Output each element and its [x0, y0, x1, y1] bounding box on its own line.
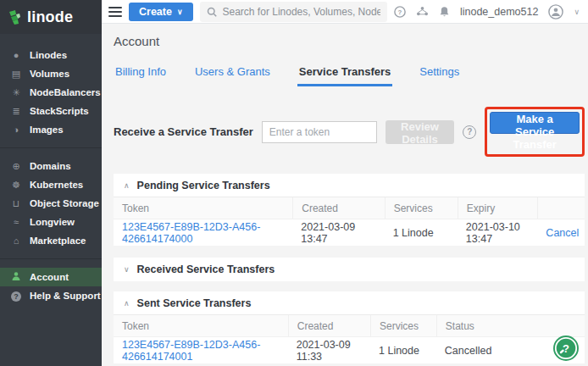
- sent-transfers-header[interactable]: ∧ Sent Service Transfers: [114, 291, 585, 315]
- sidebar-item-longview[interactable]: ≈ Longview: [0, 213, 102, 231]
- sidebar-item-label: Help & Support: [30, 291, 101, 301]
- sidebar-item-label: Volumes: [30, 69, 69, 79]
- sidebar-item-images[interactable]: ◑ Images: [0, 120, 102, 139]
- tab-settings[interactable]: Settings: [418, 62, 461, 86]
- sidebar-item-account[interactable]: Account: [0, 268, 102, 286]
- created-cell: 2021-03-09 13:47: [292, 221, 384, 245]
- nodebalancers-icon: ✳: [10, 87, 22, 98]
- main-content: Account Billing Info Users & Grants Serv…: [102, 24, 588, 366]
- sidebar-item-domains[interactable]: ⊕ Domains: [0, 157, 102, 175]
- community-icon[interactable]: [416, 6, 429, 17]
- received-transfers-card: ∨ Received Service Transfers: [114, 258, 585, 281]
- chevron-up-icon: ∧: [124, 299, 130, 308]
- linode-logo-icon: [8, 10, 22, 25]
- sidebar-item-nodebalancers[interactable]: ✳ NodeBalancers: [0, 83, 102, 102]
- question-circle-icon[interactable]: ?: [463, 125, 476, 139]
- sidebar-item-linodes[interactable]: ● Linodes: [0, 46, 102, 64]
- username-label[interactable]: linode_demo512: [460, 6, 538, 18]
- bell-icon[interactable]: [439, 6, 450, 18]
- create-button-label: Create: [139, 6, 172, 18]
- help-circle-icon[interactable]: ?: [394, 6, 406, 18]
- token-link[interactable]: 123E4567-E89B-12D3-A456-426614174001: [122, 339, 260, 363]
- tab-billing-info[interactable]: Billing Info: [114, 62, 168, 86]
- sidebar-item-help-support[interactable]: ? Help & Support: [0, 286, 102, 305]
- column-header-token: Token: [114, 315, 288, 336]
- sidebar-item-marketplace[interactable]: ⌂ Marketplace: [0, 231, 102, 250]
- receive-transfer-label: Receive a Service Transfer: [114, 125, 253, 138]
- search-bar[interactable]: [200, 2, 387, 22]
- table-row: 123E4567-E89B-12D3-A456-426614174000 202…: [114, 219, 585, 246]
- domains-icon: ⊕: [10, 161, 22, 172]
- sidebar-item-label: Marketplace: [30, 236, 86, 246]
- column-header-token: Token: [114, 197, 292, 219]
- created-cell: 2021-03-09 11:33: [288, 339, 370, 363]
- sent-transfers-card: ∧ Sent Service Transfers Token Created S…: [114, 291, 585, 363]
- pending-transfers-header[interactable]: ∧ Pending Service Transfers: [114, 174, 585, 197]
- column-header-actions: [537, 197, 585, 219]
- column-header-services: Services: [385, 197, 458, 219]
- search-input[interactable]: [223, 6, 380, 18]
- sidebar-item-object-storage[interactable]: ⊔ Object Storage: [0, 194, 102, 213]
- linode-logo[interactable]: linode: [0, 0, 102, 34]
- sidebar-item-label: StackScripts: [30, 106, 89, 116]
- avatar-icon[interactable]: [548, 4, 563, 19]
- object-storage-icon: ⊔: [10, 198, 22, 209]
- chevron-down-icon: ∨: [124, 265, 130, 274]
- tab-bar: Billing Info Users & Grants Service Tran…: [114, 62, 585, 86]
- make-service-transfer-button[interactable]: Make a Service Transfer: [490, 112, 580, 134]
- sidebar: linode ● Linodes ▤ Volumes ✳ NodeBalance…: [0, 0, 102, 366]
- token-input[interactable]: [262, 121, 377, 143]
- column-header-status: Status: [436, 315, 585, 336]
- tab-service-transfers[interactable]: Service Transfers: [297, 62, 392, 86]
- chat-help-icon[interactable]: ?: [552, 335, 580, 362]
- topbar: Create ∨ ? linode_demo512: [102, 0, 588, 24]
- column-header-created: Created: [288, 315, 370, 336]
- table-header: Token Created Services Expiry: [114, 197, 585, 219]
- section-title: Received Service Transfers: [137, 263, 275, 275]
- column-header-created: Created: [292, 197, 384, 219]
- table-header: Token Created Services Status: [114, 315, 585, 337]
- page-title: Account: [114, 34, 585, 48]
- column-header-services: Services: [370, 315, 436, 336]
- receive-transfer-row: Receive a Service Transfer Review Detail…: [114, 107, 585, 157]
- sidebar-item-label: Object Storage: [30, 198, 99, 208]
- column-header-expiry: Expiry: [458, 197, 538, 219]
- longview-icon: ≈: [10, 217, 22, 227]
- app-window: linode ● Linodes ▤ Volumes ✳ NodeBalance…: [0, 0, 588, 366]
- annotation-highlight-box: Make a Service Transfer: [485, 107, 585, 157]
- chevron-up-icon: ∧: [124, 181, 130, 190]
- expiry-cell: 2021-03-10 13:47: [458, 221, 538, 245]
- table-row: 123E4567-E89B-12D3-A456-426614174001 202…: [114, 337, 585, 363]
- sidebar-item-stackscripts[interactable]: ≣ StackScripts: [0, 102, 102, 120]
- pending-transfers-card: ∧ Pending Service Transfers Token Create…: [114, 174, 585, 246]
- account-person-icon: [10, 271, 22, 283]
- tab-users-grants[interactable]: Users & Grants: [193, 62, 272, 86]
- create-button[interactable]: Create ∨: [129, 3, 193, 21]
- sidebar-item-kubernetes[interactable]: ☸ Kubernetes: [0, 175, 102, 194]
- svg-text:?: ?: [398, 8, 402, 15]
- token-link[interactable]: 123E4567-E89B-12D3-A456-426614174000: [122, 221, 260, 245]
- sidebar-item-label: Longview: [30, 217, 75, 227]
- hamburger-icon[interactable]: [108, 7, 122, 17]
- search-icon: [207, 7, 217, 17]
- cancel-link[interactable]: Cancel: [546, 227, 579, 239]
- sidebar-divider: [0, 147, 102, 148]
- section-title: Pending Service Transfers: [137, 180, 270, 191]
- linode-cube-icon: ●: [10, 50, 22, 60]
- section-title: Sent Service Transfers: [137, 297, 252, 309]
- services-cell: 1 Linode: [385, 227, 458, 239]
- chevron-down-icon[interactable]: ∨: [574, 8, 580, 16]
- logo-text: linode: [27, 8, 73, 26]
- sidebar-item-label: NodeBalancers: [30, 87, 101, 97]
- sidebar-item-label: Images: [30, 125, 64, 135]
- sidebar-item-volumes[interactable]: ▤ Volumes: [0, 64, 102, 83]
- chevron-down-icon: ∨: [177, 8, 183, 16]
- volumes-icon: ▤: [10, 69, 22, 80]
- sidebar-nav: ● Linodes ▤ Volumes ✳ NodeBalancers ≣ St…: [0, 34, 102, 305]
- kubernetes-icon: ☸: [10, 180, 22, 191]
- help-circle-icon: ?: [10, 291, 22, 302]
- sidebar-divider: [0, 258, 102, 259]
- review-details-button[interactable]: Review Details: [386, 120, 454, 144]
- received-transfers-header[interactable]: ∨ Received Service Transfers: [114, 258, 585, 281]
- services-cell: 1 Linode: [370, 345, 436, 357]
